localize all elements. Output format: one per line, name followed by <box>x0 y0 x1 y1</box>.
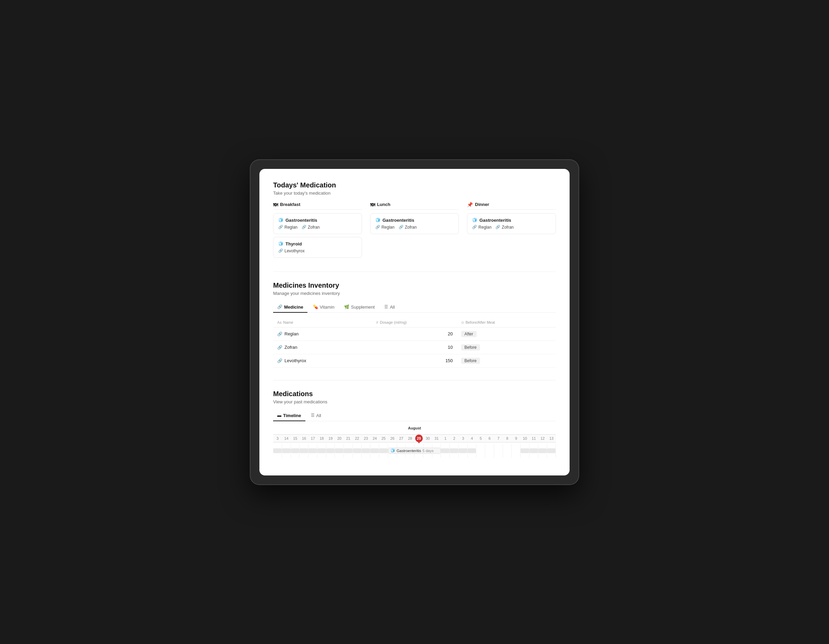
medicine-pills: 🔗 Reglan 🔗 Zofran <box>278 225 357 230</box>
gray-bar <box>273 448 282 453</box>
lunch-condition-name: 🧊 Gastroenteritis <box>375 218 454 223</box>
vitamin-tab-icon: 💊 <box>313 305 318 309</box>
timeline-cell <box>530 444 538 458</box>
timeline-date: 3 <box>459 435 468 442</box>
timeline-cell <box>273 444 282 458</box>
all-tab-icon: ☰ <box>384 305 388 309</box>
timeline-date: 30 <box>424 435 432 442</box>
inventory-title: Medicines Inventory <box>273 281 556 289</box>
todays-medication-section: Todays' Medication Take your today's med… <box>273 181 556 260</box>
meal-badge: Before <box>461 344 480 350</box>
dinner-cond-icon: 🧊 <box>472 218 477 223</box>
med-meal: Before <box>457 354 556 367</box>
breakfast-thyroid-card: 🧊 Thyroid 🔗 Levothyrox <box>273 237 362 258</box>
gray-bar <box>362 448 370 453</box>
tab-vitamin[interactable]: 💊 Vitamin <box>309 302 339 313</box>
med-dosage: 20 <box>372 327 457 341</box>
timeline-date: 22 <box>353 435 362 442</box>
event-icon: 🧊 <box>391 448 395 453</box>
timeline-cell <box>309 444 317 458</box>
dinner-pill-icon: 🔗 <box>472 225 477 229</box>
main-content: Todays' Medication Take your today's med… <box>259 169 570 475</box>
breakfast-label: Breakfast <box>280 202 300 207</box>
timeline-date: 28 <box>405 435 414 442</box>
event-days: 5 days <box>422 449 433 453</box>
inventory-section: Medicines Inventory Manage your medicine… <box>273 281 556 368</box>
medicine-tab-icon: 🔗 <box>277 305 282 309</box>
gray-bar <box>379 448 388 453</box>
timeline-cell <box>370 444 379 458</box>
med-meal: After <box>457 327 556 341</box>
breakfast-column: 🍽 Breakfast 🧊 Gastroenteritis 🔗 <box>273 202 362 260</box>
timeline-body: 🧊Gastroenteritis5 days <box>273 442 556 459</box>
divider-1 <box>273 271 556 272</box>
table-row: 🔗 Levothyrox 150 Before <box>273 354 556 367</box>
lunch-medicine-pills: 🔗 Reglan 🔗 Zofran <box>375 225 454 230</box>
col-header-dosage: # Dosage (ml/mg) <box>372 317 457 327</box>
col-header-meal: ⊙ Before/After Meal <box>457 317 556 327</box>
supplement-tab-icon: 🌿 <box>344 305 349 309</box>
gray-bar <box>441 448 449 453</box>
timeline-date: 26 <box>388 435 397 442</box>
breakfast-header: 🍽 Breakfast <box>273 202 362 210</box>
dinner-label: Dinner <box>475 202 489 207</box>
timeline-cell <box>538 444 547 458</box>
medications-title: Medications <box>273 390 556 398</box>
timeline-date: 13 <box>547 435 556 442</box>
timeline-date: 2 <box>450 435 459 442</box>
med-icon: 🔗 <box>277 331 282 336</box>
timeline-date: 1 <box>441 435 450 442</box>
timeline-date: 4 <box>468 435 477 442</box>
tab-all[interactable]: ☰ All <box>380 302 399 313</box>
tab-medicine[interactable]: 🔗 Medicine <box>273 302 307 313</box>
timeline-cell <box>335 444 344 458</box>
med-meal: Before <box>457 341 556 354</box>
table-row: 🔗 Reglan 20 After <box>273 327 556 341</box>
thyroid-condition-name: 🧊 Thyroid <box>278 242 357 246</box>
lunch-icon: 🍽 <box>370 202 375 207</box>
lunch-header: 🍽 Lunch <box>370 202 459 210</box>
gastroenteritis-event[interactable]: 🧊Gastroenteritis5 days <box>388 448 441 454</box>
timeline-date: 5 <box>476 435 485 442</box>
timeline-date: 27 <box>397 435 406 442</box>
timeline-date: 20 <box>335 435 344 442</box>
dinner-gastroenteritis-card: 🧊 Gastroenteritis 🔗 Reglan 🔗 <box>467 213 556 234</box>
med-name: Zofran <box>284 345 298 350</box>
timeline-date: 6 <box>485 435 494 442</box>
timeline-date: 25 <box>379 435 388 442</box>
timeline-cell <box>299 444 309 458</box>
tab-supplement[interactable]: 🌿 Supplement <box>340 302 379 313</box>
timeline-tabs: ▬ Timeline ☰ All <box>273 410 556 421</box>
today-text: 29 <box>417 436 421 440</box>
med-name: Levothyrox <box>284 358 306 363</box>
dosage-col-icon: # <box>376 320 378 324</box>
thyroid-icon: 🧊 <box>278 242 284 246</box>
page-subtitle: Take your today's medication <box>273 191 556 196</box>
dinner-condition-name: 🧊 Gastroenteritis <box>472 218 551 223</box>
gray-bar <box>370 448 379 453</box>
name-col-icon: Aa <box>277 320 281 324</box>
timeline-date: 3 <box>273 435 282 442</box>
tab-all-meds[interactable]: ☰ All <box>307 410 325 421</box>
gray-bar <box>468 448 476 453</box>
gray-bar <box>459 448 467 453</box>
lunch-cond-icon: 🧊 <box>375 218 381 223</box>
timeline-cell <box>468 444 477 458</box>
med-name: Reglan <box>284 331 298 336</box>
gray-bar <box>530 448 538 453</box>
condition-name: 🧊 Gastroenteritis <box>278 218 357 223</box>
lunch-pill-icon: 🔗 <box>375 225 380 229</box>
tab-timeline[interactable]: ▬ Timeline <box>273 410 306 421</box>
timeline-cell <box>520 444 530 458</box>
gray-bar <box>547 448 556 453</box>
timeline-cell <box>353 444 362 458</box>
month-row: August <box>273 426 556 433</box>
timeline-date: 23 <box>362 435 370 442</box>
lunch-label: Lunch <box>377 202 391 207</box>
med-row-name: 🔗 Reglan <box>277 331 368 336</box>
timeline-cell <box>494 444 503 458</box>
dates-row: 3141516171819202122232425262728293031123… <box>273 434 556 442</box>
dinner-pill-icon-2: 🔗 <box>495 225 500 229</box>
timeline-cell <box>317 444 326 458</box>
timeline-cell <box>291 444 300 458</box>
